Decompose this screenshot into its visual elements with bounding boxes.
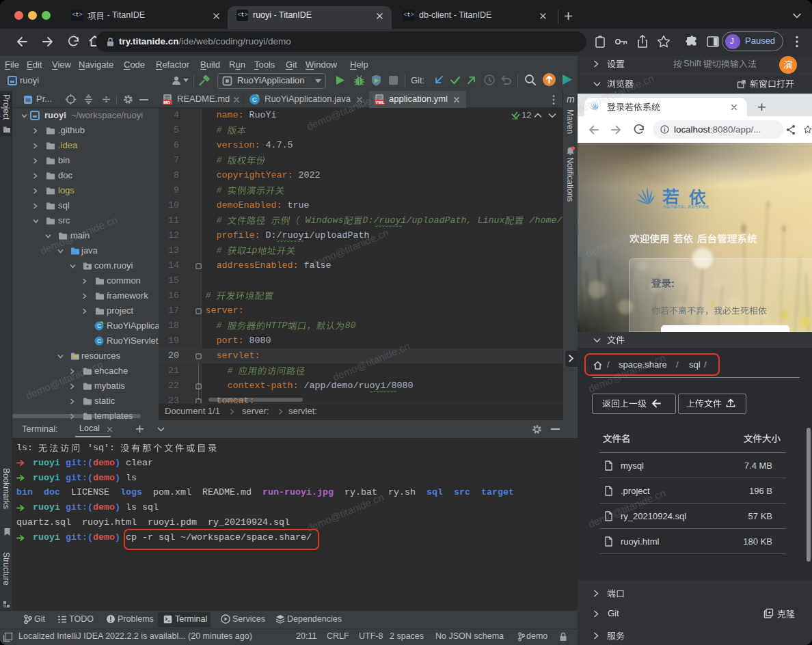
- svg-text:C: C: [97, 322, 101, 329]
- svg-text:C: C: [97, 338, 101, 344]
- svg-text:C: C: [252, 96, 257, 103]
